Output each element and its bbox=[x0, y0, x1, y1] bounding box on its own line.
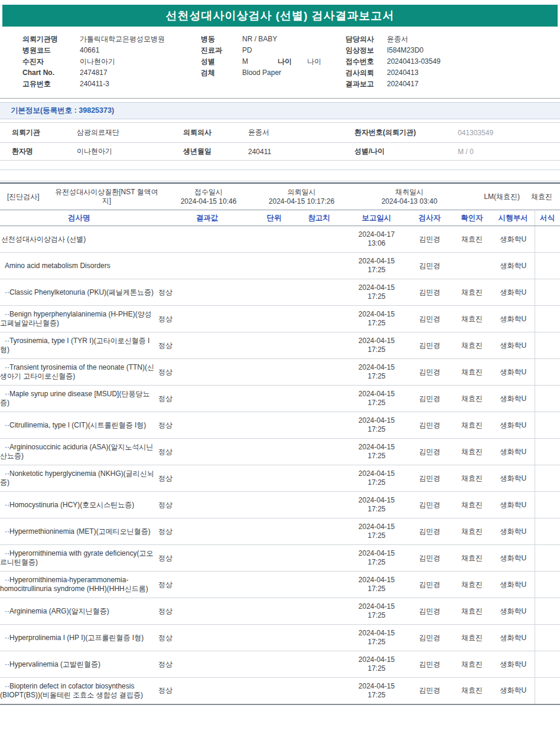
department-name: 생화학U bbox=[492, 279, 535, 306]
confirmer-name: 채효진 bbox=[452, 492, 492, 518]
field-value: 삼광의료재단 bbox=[65, 123, 171, 143]
report-datetime: 2024-04-15 17:25 bbox=[356, 443, 398, 461]
field-value: 이나현아기 bbox=[65, 143, 171, 161]
confirmer-name: 채효진 bbox=[452, 386, 492, 412]
result-row: ··Hypervalinemia (고발린혈증) 정상 2024-04-15 1… bbox=[0, 651, 560, 678]
department-name: 생화학U bbox=[492, 651, 535, 678]
test-name: Amino acid metabolism Disorders bbox=[0, 253, 158, 279]
test-result: 정상 bbox=[158, 465, 256, 492]
department-name: 생화학U bbox=[492, 439, 535, 465]
report-datetime: 2024-04-17 13:06 bbox=[356, 230, 398, 248]
department-name: 생화학U bbox=[492, 306, 535, 332]
tester-name: 김민경 bbox=[408, 651, 452, 678]
test-reference bbox=[292, 306, 346, 332]
test-reference bbox=[292, 226, 346, 253]
info-label: 진료과 bbox=[201, 45, 242, 56]
result-row: ··Hypermethioninemia (MET)(고메티오닌혈증) 정상 2… bbox=[0, 518, 560, 545]
confirmer-name: 채효진 bbox=[452, 279, 492, 306]
report-datetime-cell: 2024-04-15 17:25 bbox=[346, 279, 408, 306]
col-header-test-name: 검사명 bbox=[0, 210, 158, 226]
collected-datetime: 채취일시 2024-04-13 03:40 bbox=[353, 187, 465, 206]
info-value: I584M23D0 bbox=[387, 45, 424, 56]
info-label: 고유번호 bbox=[22, 79, 80, 90]
collected-value: 2024-04-13 03:40 bbox=[382, 197, 438, 205]
form-cell bbox=[535, 279, 560, 306]
test-unit bbox=[256, 412, 292, 439]
test-name: ··Hyperornithinemia with gyrate deficien… bbox=[0, 545, 158, 572]
test-result: 정상 bbox=[158, 598, 256, 625]
tester-name: 김민경 bbox=[408, 306, 452, 332]
test-result: 정상 bbox=[158, 492, 256, 518]
test-name: ··Argininemia (ARG)(알지닌혈증) bbox=[0, 598, 158, 625]
result-row: ··Biopterin defect in cofactor biosynthe… bbox=[0, 678, 560, 704]
info-row: 접수번호 20240413-03549 bbox=[346, 56, 560, 67]
info-label: 나이 bbox=[278, 56, 307, 67]
report-datetime-cell: 2024-04-15 17:25 bbox=[346, 545, 408, 572]
collected-label: 채취일시 bbox=[353, 187, 465, 197]
diagnosis-test-group: 유전성대사이상질환[NST 혈액여지] bbox=[46, 188, 167, 205]
info-value: 240411-3 bbox=[80, 79, 109, 90]
department-name: 생화학U bbox=[492, 572, 535, 598]
test-name: ··Hyperprolinemia I (HP I)(고프롤린혈증 I형) bbox=[0, 625, 158, 651]
form-cell bbox=[535, 253, 560, 279]
confirmer-name bbox=[452, 253, 492, 279]
report-datetime: 2024-04-15 17:25 bbox=[356, 469, 398, 487]
info-value: NR / BABY bbox=[242, 34, 277, 45]
info-value: M bbox=[242, 56, 278, 67]
test-unit bbox=[256, 651, 292, 678]
info-row: 임상정보 I584M23D0 bbox=[346, 45, 560, 56]
test-reference bbox=[292, 545, 346, 572]
info-label: 병동 bbox=[201, 34, 242, 45]
received-datetime: 접수일시 2024-04-15 10:46 bbox=[167, 187, 250, 206]
test-name: ··Transient tyrosinemia of the neonate (… bbox=[0, 359, 158, 386]
test-name: ··Argininosuccinic aciduria (ASA)(알지노석시닌… bbox=[0, 439, 158, 465]
form-cell bbox=[535, 518, 560, 545]
test-reference bbox=[292, 465, 346, 492]
test-reference bbox=[292, 359, 346, 386]
col-header-tester: 검사자 bbox=[408, 210, 452, 226]
tester-name: 김민경 bbox=[408, 492, 452, 518]
info-label: 병원코드 bbox=[22, 45, 80, 56]
requested-value: 2024-04-15 10:17:26 bbox=[269, 197, 334, 205]
test-unit bbox=[256, 625, 292, 651]
info-label: 검사의뢰 bbox=[346, 67, 387, 79]
test-unit bbox=[256, 359, 292, 386]
result-row: ··Hyperprolinemia I (HP I)(고프롤린혈증 I형) 정상… bbox=[0, 625, 560, 651]
info-value: 2474817 bbox=[80, 67, 108, 79]
info-value: Blood Paper bbox=[242, 67, 281, 79]
test-result: 정상 bbox=[158, 545, 256, 572]
received-value: 2024-04-15 10:46 bbox=[181, 197, 237, 205]
test-name: ··Hypervalinemia (고발린혈증) bbox=[0, 651, 158, 678]
department-name: 생화학U bbox=[492, 598, 535, 625]
form-cell bbox=[535, 651, 560, 678]
result-row: ··Citrullinemia, type I (CIT)(시트룰린혈증 I형)… bbox=[0, 412, 560, 439]
col-header-reference: 참고치 bbox=[292, 210, 346, 226]
info-label: 접수번호 bbox=[346, 56, 387, 67]
report-datetime-cell: 2024-04-15 17:25 bbox=[346, 253, 408, 279]
patient-header-left-column: 의뢰기관명 가톨릭대학교은평성모병원 병원코드 40661 수진자 이나현아기 … bbox=[22, 34, 201, 90]
report-datetime: 2024-04-15 17:25 bbox=[356, 390, 398, 407]
tester-name: 김민경 bbox=[408, 465, 452, 492]
test-unit bbox=[256, 598, 292, 625]
form-cell bbox=[535, 678, 560, 704]
test-unit bbox=[256, 492, 292, 518]
report-datetime: 2024-04-15 17:25 bbox=[356, 549, 398, 567]
confirmer-name: 채효진 bbox=[452, 651, 492, 678]
field-label: 의뢰기관 bbox=[0, 123, 65, 143]
result-row: ··Classic Phenylketonuria (PKU)(페닐케톤뇨증) … bbox=[0, 279, 560, 306]
test-result: 정상 bbox=[158, 651, 256, 678]
requested-datetime: 의뢰일시 2024-04-15 10:17:26 bbox=[250, 187, 353, 206]
department-name: 생화학U bbox=[492, 386, 535, 412]
report-title-bar: 선천성대사이상검사 (선별) 검사결과보고서 bbox=[2, 5, 558, 27]
report-datetime: 2024-04-15 17:25 bbox=[356, 416, 398, 434]
tester-name: 김민경 bbox=[408, 253, 452, 279]
field-value: 240411 bbox=[236, 143, 343, 161]
test-result bbox=[158, 253, 256, 279]
test-name: ··Tyrosinemia, type I (TYR I)(고타이로신혈증 I형… bbox=[0, 332, 158, 359]
test-name: ··Classic Phenylketonuria (PKU)(페닐케톤뇨증) bbox=[0, 279, 158, 306]
form-cell bbox=[535, 359, 560, 386]
info-row: 병동 NR / BABY bbox=[201, 34, 346, 45]
test-unit bbox=[256, 253, 292, 279]
test-unit bbox=[256, 306, 292, 332]
info-value: 나이 bbox=[307, 56, 321, 67]
